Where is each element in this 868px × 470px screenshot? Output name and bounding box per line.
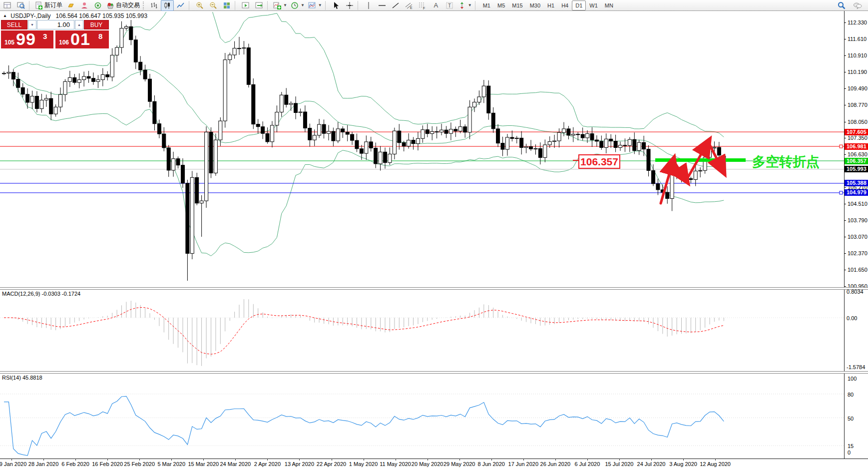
- turning-point-annotation[interactable]: 多空转折点: [752, 153, 820, 171]
- price-callout[interactable]: 106.357: [578, 154, 620, 169]
- candle: [529, 147, 533, 149]
- zoom-out-icon[interactable]: [207, 0, 220, 11]
- price-tick-label: 101.650: [848, 267, 868, 273]
- candle: [388, 154, 392, 162]
- line-chart-type-icon[interactable]: [174, 0, 187, 11]
- candle: [496, 129, 500, 143]
- horizontal-lines: [0, 132, 844, 194]
- candles-chart-type-icon[interactable]: [161, 0, 174, 11]
- price-tick-label: 109.490: [848, 85, 868, 91]
- search-icon[interactable]: [835, 0, 848, 11]
- candle: [444, 130, 448, 133]
- date-label: 5 Mar 2020: [157, 461, 185, 467]
- trendline-icon[interactable]: [389, 0, 402, 11]
- rsi-pane[interactable]: [0, 373, 844, 458]
- line-handle[interactable]: [840, 145, 843, 148]
- timeframe-m1[interactable]: M1: [479, 0, 494, 10]
- vertical-line-icon[interactable]: [362, 0, 375, 11]
- buy-button[interactable]: BUY: [84, 20, 109, 29]
- volume-up-button[interactable]: ▲: [75, 20, 83, 29]
- candle: [369, 142, 373, 148]
- timeframe-d1[interactable]: D1: [572, 0, 586, 10]
- price-tick: [844, 22, 846, 23]
- timeframe-m30[interactable]: M30: [526, 0, 544, 10]
- date-tick: [523, 459, 524, 461]
- candle: [586, 134, 589, 138]
- period-clock-button[interactable]: ▼: [289, 0, 306, 11]
- date-tick: [107, 459, 108, 461]
- line-handle[interactable]: [840, 191, 843, 194]
- indicators-add-button[interactable]: ▼: [272, 0, 289, 11]
- chart-preview-icon[interactable]: [14, 0, 27, 11]
- arrows-icon[interactable]: ▼: [456, 0, 473, 11]
- timeframe-h1[interactable]: H1: [544, 0, 558, 10]
- candle: [477, 97, 481, 102]
- price-tick: [844, 253, 846, 254]
- candle: [256, 124, 260, 127]
- channel-icon[interactable]: E: [403, 0, 416, 11]
- price-tick-label: 103.790: [848, 217, 868, 223]
- cursor-icon[interactable]: [330, 0, 343, 11]
- candle: [139, 62, 142, 70]
- tile-windows-icon[interactable]: [220, 0, 233, 11]
- date-tick: [683, 459, 684, 461]
- price-tick: [844, 187, 846, 188]
- candle: [505, 137, 509, 149]
- sell-price-handle: 105: [4, 39, 14, 46]
- turning-point-bar[interactable]: [655, 158, 746, 162]
- candle: [124, 26, 128, 28]
- main-chart-pane[interactable]: [0, 12, 844, 288]
- sell-price[interactable]: 105 99 3: [1, 30, 53, 48]
- gold-icon[interactable]: [64, 0, 77, 11]
- auto-scroll-icon[interactable]: [239, 0, 252, 11]
- volume-input[interactable]: 1.00: [37, 20, 74, 29]
- fibonacci-icon[interactable]: F: [416, 0, 429, 11]
- volume-down-button[interactable]: ▼: [28, 20, 36, 29]
- zoom-in-icon[interactable]: [193, 0, 206, 11]
- text-label-icon[interactable]: T: [443, 0, 456, 11]
- globe-icon[interactable]: [91, 0, 104, 11]
- pane-separator[interactable]: [0, 287, 868, 290]
- candle: [238, 48, 241, 49]
- text-icon[interactable]: A: [430, 0, 442, 11]
- macd-pane[interactable]: [0, 289, 844, 371]
- new-order-button[interactable]: 新订单: [33, 0, 64, 11]
- candle: [176, 159, 180, 165]
- sell-button[interactable]: SELL: [1, 20, 27, 29]
- buy-price[interactable]: 106 01 8: [55, 30, 109, 48]
- candle: [689, 179, 693, 180]
- bars-chart-type-icon[interactable]: [147, 0, 160, 11]
- candle: [675, 170, 679, 173]
- charts-profile-icon[interactable]: [1, 0, 14, 11]
- svg-text:E: E: [410, 6, 413, 9]
- pane-separator[interactable]: [0, 371, 868, 374]
- candle: [148, 79, 152, 101]
- crosshair-icon[interactable]: [343, 0, 356, 11]
- date-label: 24 Jul 2020: [637, 461, 666, 467]
- timeframe-m15[interactable]: M15: [508, 0, 526, 10]
- community-icon[interactable]: [78, 0, 91, 11]
- candle: [106, 74, 109, 77]
- timeframe-h4[interactable]: H4: [558, 0, 572, 10]
- candle: [209, 132, 213, 173]
- date-label: 17 Jun 2020: [508, 461, 539, 467]
- candle: [482, 86, 485, 97]
- price-badge-107.605: 107.605: [845, 129, 868, 135]
- autotrade-button[interactable]: 自动交易: [105, 0, 141, 11]
- horizontal-line-icon[interactable]: [376, 0, 389, 11]
- chat-icon[interactable]: [851, 0, 864, 11]
- candle: [576, 134, 580, 135]
- candle: [26, 94, 29, 102]
- chart-shift-icon[interactable]: [253, 0, 266, 11]
- template-button[interactable]: ▼: [307, 0, 324, 11]
- timeframe-mn[interactable]: MN: [601, 0, 617, 10]
- candle: [327, 131, 331, 133]
- price-tick-label: 104.510: [848, 201, 868, 207]
- price-tick-label: 108.050: [848, 119, 868, 125]
- rsi-axis-label: 15: [848, 443, 854, 449]
- candle: [270, 125, 274, 142]
- candle: [101, 74, 104, 79]
- price-tick: [844, 237, 846, 237]
- timeframe-w1[interactable]: W1: [586, 0, 601, 10]
- timeframe-m5[interactable]: M5: [494, 0, 508, 10]
